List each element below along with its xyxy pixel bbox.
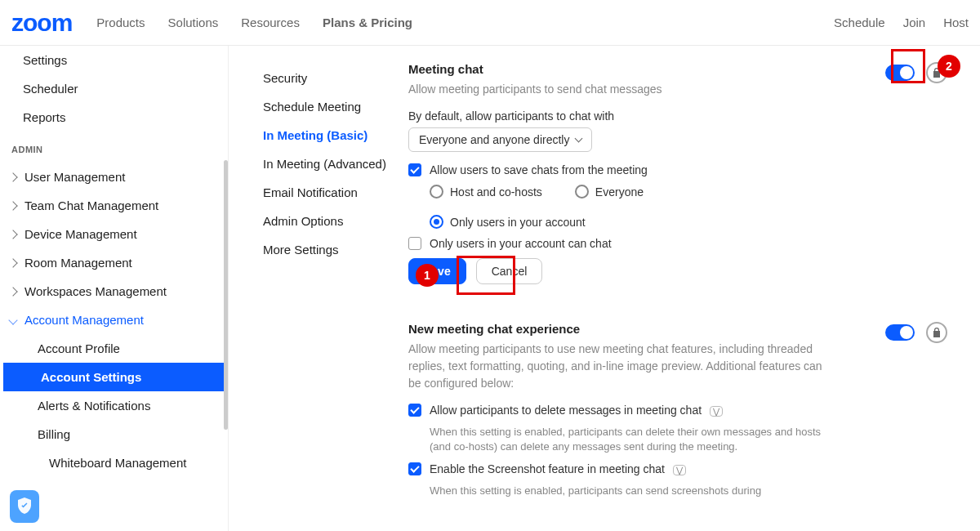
lock-icon <box>932 67 942 78</box>
nav-schedule[interactable]: Schedule <box>834 16 885 29</box>
chevron-right-icon <box>8 258 17 267</box>
section-desc: Allow meeting participants to send chat … <box>408 81 833 98</box>
nav-plans-pricing[interactable]: Plans & Pricing <box>323 16 412 29</box>
radio-label: Host and co-hosts <box>450 185 542 199</box>
section-new-chat-experience: New meeting chat experience Allow meetin… <box>408 322 947 507</box>
chevron-right-icon <box>8 172 17 181</box>
zoom-logo: zoom <box>11 9 72 37</box>
radio-label: Everyone <box>595 185 644 199</box>
sidebar-item-team-chat-management[interactable]: Team Chat Management <box>0 191 228 220</box>
security-shield-badge[interactable] <box>10 490 39 523</box>
checkbox-label: Allow users to save chats from the meeti… <box>430 163 648 176</box>
sidebar-sub-account-profile[interactable]: Account Profile <box>0 334 228 363</box>
tab-schedule-meeting[interactable]: Schedule Meeting <box>263 92 392 121</box>
sidebar-admin-heading: ADMIN <box>0 132 228 163</box>
section-meeting-chat: Meeting chat Allow meeting participants … <box>408 62 947 284</box>
nav-resources[interactable]: Resources <box>241 16 300 29</box>
sidebar-item-user-management[interactable]: User Management <box>0 163 228 191</box>
settings-main: Meeting chat Allow meeting participants … <box>400 46 980 531</box>
allow-delete-checkbox-row[interactable]: Allow participants to delete messages in… <box>408 404 833 417</box>
sidebar-item-label: Device Management <box>24 227 137 241</box>
sidebar-item-label: Account Management <box>24 313 144 327</box>
info-icon[interactable]: ⋁ <box>673 465 686 475</box>
sidebar-sub-account-settings[interactable]: Account Settings <box>3 363 228 391</box>
left-sidebar: Settings Scheduler Reports ADMIN User Ma… <box>0 46 229 531</box>
settings-tabs: Security Schedule Meeting In Meeting (Ba… <box>229 46 400 531</box>
sidebar-item-label: User Management <box>24 170 125 184</box>
sidebar-item-label: Workspaces Management <box>24 284 167 298</box>
sidebar-item-room-management[interactable]: Room Management <box>0 248 228 277</box>
default-chat-select[interactable]: Everyone and anyone directly <box>408 127 592 152</box>
lock-setting-button[interactable] <box>926 62 947 83</box>
checkbox-label: Only users in your account can chat <box>430 237 612 250</box>
default-chat-label: By default, allow participants to chat w… <box>408 109 833 123</box>
checkbox-icon[interactable] <box>408 404 421 417</box>
save-cancel-row: Save Cancel <box>408 258 833 284</box>
nav-host[interactable]: Host <box>943 16 969 29</box>
radio-icon[interactable] <box>430 215 443 229</box>
radio-icon[interactable] <box>575 185 589 199</box>
sidebar-scrollbar[interactable] <box>224 160 228 430</box>
new-chat-toggle[interactable] <box>885 324 915 341</box>
checkbox-icon[interactable] <box>408 163 421 176</box>
cancel-button[interactable]: Cancel <box>476 258 543 284</box>
chevron-right-icon <box>8 201 17 210</box>
chevron-down-icon <box>575 135 583 143</box>
save-button[interactable]: Save <box>408 258 466 284</box>
section-title: New meeting chat experience <box>408 322 833 336</box>
tab-admin-options[interactable]: Admin Options <box>263 207 392 235</box>
sidebar-sub-whiteboard[interactable]: Whiteboard Management <box>0 448 228 477</box>
tab-in-meeting-basic[interactable]: In Meeting (Basic) <box>263 121 392 149</box>
save-chats-radio-group: Host and co-hosts Everyone Only users in… <box>430 185 833 229</box>
topnav-left-group: Products Solutions Resources Plans & Pri… <box>96 16 412 29</box>
sidebar-item-workspaces-management[interactable]: Workspaces Management <box>0 277 228 306</box>
tab-more-settings[interactable]: More Settings <box>263 235 392 264</box>
checkbox-icon[interactable] <box>408 237 421 250</box>
chevron-down-icon <box>8 315 17 324</box>
radio-host[interactable]: Host and co-hosts <box>430 185 542 199</box>
allow-save-chats-checkbox-row[interactable]: Allow users to save chats from the meeti… <box>408 163 833 176</box>
nav-products[interactable]: Products <box>96 16 145 29</box>
chevron-right-icon <box>8 230 17 239</box>
only-account-chat-checkbox-row[interactable]: Only users in your account can chat <box>408 237 833 250</box>
lock-icon <box>932 327 942 338</box>
sidebar-item-scheduler[interactable]: Scheduler <box>0 74 228 103</box>
chevron-right-icon <box>8 287 17 296</box>
section-desc: Allow meeting participants to use new me… <box>408 341 833 392</box>
radio-icon[interactable] <box>430 185 443 199</box>
sidebar-item-account-management[interactable]: Account Management <box>0 306 228 334</box>
checkbox-label: Allow participants to delete messages in… <box>430 404 723 417</box>
nav-solutions[interactable]: Solutions <box>168 16 219 29</box>
opt1-desc: When this setting is enabled, participan… <box>430 425 833 454</box>
tab-in-meeting-advanced[interactable]: In Meeting (Advanced) <box>263 149 392 178</box>
tab-email-notification[interactable]: Email Notification <box>263 178 392 207</box>
shield-icon <box>16 497 33 516</box>
enable-screenshot-checkbox-row[interactable]: Enable the Screenshot feature in meeting… <box>408 462 833 475</box>
sidebar-item-settings[interactable]: Settings <box>0 46 228 74</box>
radio-only-account[interactable]: Only users in your account <box>430 215 833 229</box>
nav-join[interactable]: Join <box>903 16 926 29</box>
checkbox-icon[interactable] <box>408 462 421 475</box>
top-nav: zoom Products Solutions Resources Plans … <box>0 0 980 46</box>
topnav-right-group: Schedule Join Host <box>834 16 969 29</box>
tab-security[interactable]: Security <box>263 64 392 92</box>
meeting-chat-toggle[interactable] <box>885 65 915 81</box>
sidebar-item-label: Team Chat Management <box>24 199 158 212</box>
radio-label: Only users in your account <box>450 216 586 229</box>
sidebar-sub-alerts[interactable]: Alerts & Notifications <box>0 391 228 420</box>
checkbox-label: Enable the Screenshot feature in meeting… <box>430 462 686 475</box>
sidebar-item-reports[interactable]: Reports <box>0 103 228 132</box>
sidebar-item-label: Room Management <box>24 256 132 270</box>
info-icon[interactable]: ⋁ <box>710 406 723 417</box>
sidebar-item-device-management[interactable]: Device Management <box>0 220 228 248</box>
radio-everyone[interactable]: Everyone <box>575 185 644 199</box>
lock-setting-button[interactable] <box>926 322 947 343</box>
opt2-desc: When this setting is enabled, participan… <box>430 484 833 498</box>
select-value: Everyone and anyone directly <box>419 133 569 146</box>
section-title: Meeting chat <box>408 62 833 76</box>
sidebar-sub-billing[interactable]: Billing <box>0 420 228 448</box>
